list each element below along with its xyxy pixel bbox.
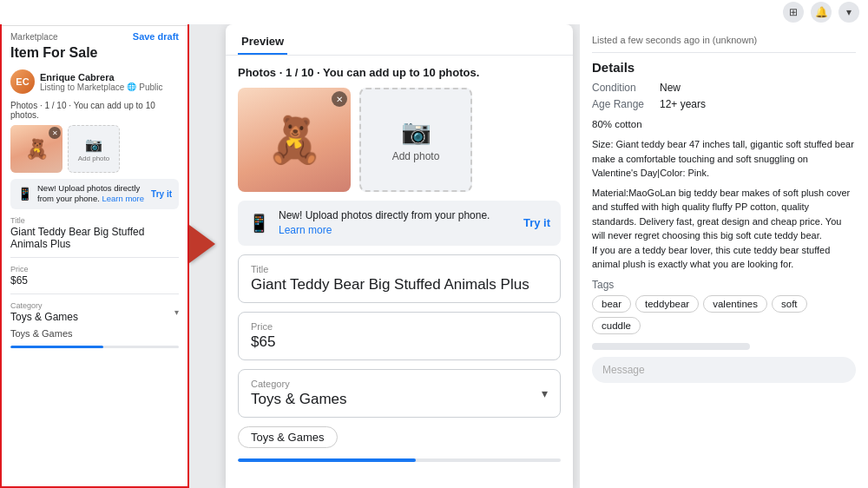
user-info: Enrique Cabrera Listing to Marketplace 🌐… (40, 72, 163, 92)
category-field-small[interactable]: Category Toys & Games ▾ (2, 298, 187, 326)
save-draft-button[interactable]: Save draft (133, 31, 179, 42)
title-field-small: Title Giant Teddy Bear Big Stuffed Anima… (2, 213, 187, 254)
title-label-small: Title (10, 216, 179, 225)
category-label-main: Category (251, 379, 347, 389)
description-material: Material:MaoGoLan big teddy bear makes o… (592, 186, 856, 272)
tag-valentines: valentines (703, 295, 767, 313)
price-value-small[interactable]: $65 (10, 274, 179, 287)
add-photo-main-icon: 📷 (401, 117, 431, 146)
photos-bold: 1 / 10 (286, 66, 314, 79)
left-panel: ✕ f Marketplace Save draft Item For Sale… (0, 0, 189, 488)
remove-photo-main-button[interactable]: ✕ (332, 91, 347, 107)
upload-banner-small: 📱 New! Upload photos directly from your … (10, 179, 179, 209)
learn-more-link-main[interactable]: Learn more (279, 224, 332, 236)
description-body: Size: Giant teddy bear 47 inches tall, g… (592, 137, 856, 181)
listing-info: Listing to Marketplace 🌐 Public (40, 82, 163, 92)
arrow-right-icon (189, 225, 215, 263)
add-photo-icon-small: 📷 (85, 136, 102, 153)
avatar: EC (10, 69, 35, 94)
right-panel-notice: Listed a few seconds ago in (unknown) (592, 31, 856, 53)
right-panel: Listed a few seconds ago in (unknown) De… (580, 24, 868, 488)
category-field-left: Category Toys & Games (251, 379, 347, 408)
nav-icons: ⊞ 🔔 ▾ (783, 2, 859, 23)
add-photo-main-text: Add photo (392, 150, 440, 162)
breadcrumb-tag-main[interactable]: Toys & Games (238, 426, 338, 448)
photo-main-thumbnail: 🧸 ✕ (238, 88, 351, 192)
description-text: 80% cotton Size: Giant teddy bear 47 inc… (592, 117, 856, 272)
remove-photo-button[interactable]: ✕ (49, 127, 61, 139)
condition-value: New (660, 82, 681, 94)
phone-upload-icon-main: 📱 (248, 213, 270, 234)
category-section: Category Toys & Games (10, 301, 78, 323)
photo-strip: 🧸 ✕ 📷 Add photo (2, 122, 187, 175)
photos-count: Photos · (238, 66, 286, 79)
preview-tab-bar: Preview (226, 24, 573, 56)
tags-row: bear teddybear valentines soft (592, 295, 856, 313)
tag-soft: soft (772, 295, 807, 313)
upload-banner-text-small: New! Upload photos directly from your ph… (37, 183, 146, 205)
age-range-label: Age Range (592, 98, 653, 110)
title-field-main[interactable]: Title Giant Teddy Bear Big Stuffed Anima… (238, 254, 561, 303)
item-for-sale-title: Item For Sale (2, 45, 187, 66)
user-name: Enrique Cabrera (40, 72, 163, 82)
price-field-main[interactable]: Price $65 (238, 312, 561, 360)
progress-fill-small (10, 346, 103, 348)
teddy-bear-image-main: 🧸 (266, 114, 323, 167)
phone-upload-icon-small: 📱 (17, 187, 32, 201)
category-value-small: Toys & Games (10, 311, 78, 323)
teddy-bear-image-small: 🧸 (25, 138, 49, 161)
preview-tab[interactable]: Preview (238, 35, 287, 55)
category-dropdown-arrow-small: ▾ (174, 307, 179, 317)
tags-label: Tags (592, 279, 856, 291)
progress-fill-main (238, 458, 416, 462)
message-section: Message (592, 343, 856, 383)
photo-row-main: 🧸 ✕ 📷 Add photo (238, 88, 561, 192)
price-label-main: Price (251, 321, 548, 332)
title-label-main: Title (251, 264, 548, 274)
title-value-small[interactable]: Giant Teddy Bear Big Stuffed Animals Plu… (10, 226, 179, 250)
category-value-main: Toys & Games (251, 391, 347, 408)
tag-bear: bear (592, 295, 631, 313)
marketplace-label: Marketplace (10, 32, 57, 42)
title-value-main: Giant Teddy Bear Big Stuffed Animals Plu… (251, 276, 548, 293)
age-range-value: 12+ years (660, 98, 706, 110)
upload-banner-main: 📱 New! Upload photos directly from your … (238, 201, 561, 246)
add-photo-main-button[interactable]: 📷 Add photo (359, 88, 472, 192)
progress-bar-small (10, 346, 179, 348)
tags-row-2: cuddle (592, 317, 856, 334)
condition-row: Condition New (592, 82, 856, 94)
photos-info: · You can add up to 10 photos. (317, 66, 479, 79)
learn-more-link-small[interactable]: Learn more (102, 194, 144, 203)
bell-icon[interactable]: 🔔 (811, 2, 832, 23)
left-panel-header: Marketplace Save draft (2, 26, 187, 45)
tag-cuddle: cuddle (592, 317, 641, 334)
main-preview-panel: Preview Photos · 1 / 10 · You can add up… (226, 24, 573, 488)
category-label-small: Category (10, 301, 78, 310)
divider-2 (10, 293, 179, 294)
add-photo-button-small[interactable]: 📷 Add photo (68, 125, 120, 173)
preview-content: Photos · 1 / 10 · You can add up to 10 p… (226, 56, 573, 488)
arrow-container (189, 225, 215, 263)
add-photo-text-small: Add photo (78, 155, 109, 162)
top-nav: ⊞ 🔔 ▾ (0, 0, 868, 24)
price-field-small: Price $65 (2, 261, 187, 290)
category-dropdown-arrow-main: ▾ (542, 386, 548, 400)
age-range-row: Age Range 12+ years (592, 98, 856, 110)
grid-icon[interactable]: ⊞ (783, 2, 804, 23)
progress-bar-main (238, 458, 561, 462)
try-it-button-small[interactable]: Try it (151, 189, 172, 199)
breadcrumb-small: Toys & Games (2, 326, 187, 340)
price-label-small: Price (10, 265, 179, 274)
message-input-bar[interactable]: Message (592, 357, 856, 383)
upload-banner-main-text: New! Upload photos directly from your ph… (279, 208, 515, 238)
photos-header-main: Photos · 1 / 10 · You can add up to 10 p… (238, 66, 561, 79)
public-icon: 🌐 (127, 82, 136, 91)
chevron-down-icon[interactable]: ▾ (838, 2, 859, 23)
try-it-button-main[interactable]: Try it (523, 216, 550, 229)
photos-label-small: Photos · 1 / 10 · You can add up to 10 p… (2, 97, 187, 122)
category-field-main[interactable]: Category Toys & Games ▾ (238, 369, 561, 418)
message-placeholder: Message (602, 364, 645, 376)
user-row: EC Enrique Cabrera Listing to Marketplac… (2, 66, 187, 97)
divider-1 (10, 257, 179, 258)
breadcrumb-main: Toys & Games (238, 426, 561, 448)
